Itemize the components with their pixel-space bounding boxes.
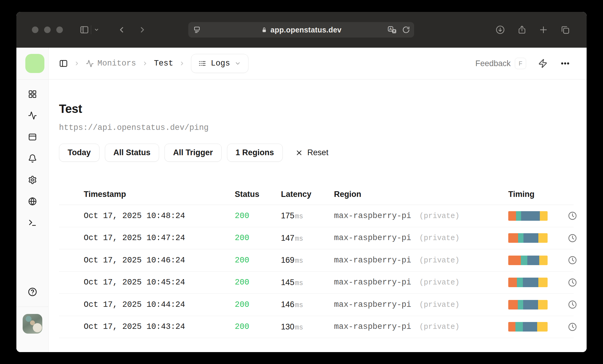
more-options-icon[interactable] (560, 58, 570, 69)
row-timestamp: Oct 17, 2025 10:46:24 (80, 256, 235, 265)
translate-icon[interactable]: A (387, 25, 397, 34)
page-format-icon[interactable] (193, 26, 201, 34)
row-latency-unit: ms (295, 324, 303, 332)
sidebar-item-monitors[interactable] (22, 105, 43, 126)
help-button[interactable] (22, 281, 43, 303)
logs-page: Test https://api.openstatus.dev/ping Tod… (49, 80, 587, 352)
user-avatar[interactable] (23, 314, 42, 334)
filter-bar: Today All Status All Trigger 1 Regions R… (59, 144, 574, 162)
timing-segment-3 (523, 300, 538, 309)
new-tab-icon[interactable] (539, 25, 548, 34)
row-status-code: 200 (235, 322, 281, 331)
timing-segment-1 (508, 300, 518, 309)
sidebar-item-notifications[interactable] (22, 148, 43, 169)
row-timestamp: Oct 17, 2025 10:45:24 (80, 278, 235, 287)
help-circle-icon (28, 287, 37, 297)
panel-toggle-icon[interactable] (59, 59, 68, 68)
logs-table-header: Timestamp Status Latency Region Timing (59, 184, 574, 205)
row-latency-value: 145 (281, 278, 294, 287)
row-latency-unit: ms (295, 301, 303, 309)
traffic-lights (32, 27, 63, 33)
filter-status-button[interactable]: All Status (105, 144, 159, 162)
row-region: max-raspberry-pi (334, 256, 411, 265)
log-row[interactable]: Oct 17, 2025 10:47:24 200 147ms max-rasp… (59, 227, 574, 250)
toolbar-divider (91, 25, 91, 34)
row-region: max-raspberry-pi (334, 278, 411, 287)
breadcrumb-separator-icon (142, 60, 148, 66)
row-region: max-raspberry-pi (334, 234, 411, 242)
filter-regions-button[interactable]: 1 Regions (227, 144, 283, 162)
breadcrumb-monitors[interactable]: Monitors (86, 59, 136, 68)
row-timestamp: Oct 17, 2025 10:48:24 (80, 211, 235, 220)
filter-period-button[interactable]: Today (59, 144, 100, 162)
tab-overview-icon[interactable] (560, 25, 570, 35)
row-region-note: (private) (415, 278, 459, 287)
sidebar-item-dashboard[interactable] (22, 83, 43, 105)
timing-segment-1 (508, 256, 521, 265)
row-region: max-raspberry-pi (334, 211, 411, 220)
zoom-window-button[interactable] (56, 27, 63, 33)
gear-icon (28, 175, 37, 184)
sidebar-item-global[interactable] (22, 191, 43, 212)
log-row[interactable]: Oct 17, 2025 10:46:24 200 169ms max-rasp… (59, 249, 574, 272)
browser-window: app.openstatus.dev A (16, 12, 587, 352)
toggle-sidebar-icon[interactable] (80, 25, 89, 35)
log-row[interactable]: Oct 17, 2025 10:48:24 200 175ms max-rasp… (59, 205, 574, 227)
header-status: Status (235, 190, 281, 199)
timing-segment-4 (540, 211, 548, 221)
sidebar-item-status-pages[interactable] (22, 126, 43, 148)
sidebar-item-cli[interactable] (22, 212, 43, 234)
address-bar[interactable]: app.openstatus.dev A (188, 22, 414, 38)
activity-icon (28, 111, 37, 120)
logs-list-icon (198, 60, 206, 67)
breadcrumb-separator-icon (179, 60, 185, 66)
timing-segment-4 (538, 300, 548, 309)
header-timestamp: Timestamp (80, 190, 235, 199)
forward-button-icon[interactable] (138, 25, 147, 34)
timing-segment-1 (508, 278, 517, 287)
downloads-icon[interactable] (495, 25, 505, 35)
logs-table: Timestamp Status Latency Region Timing O… (59, 184, 574, 338)
feedback-button[interactable]: Feedback (475, 59, 511, 68)
log-row[interactable]: Oct 17, 2025 10:45:24 200 145ms max-rasp… (59, 272, 574, 294)
row-latency-value: 169 (281, 256, 294, 265)
log-row[interactable]: Oct 17, 2025 10:43:24 200 130ms max-rasp… (59, 316, 574, 338)
app-header: Monitors Test Logs (16, 48, 587, 80)
log-row[interactable]: Oct 17, 2025 10:44:24 200 146ms max-rasp… (59, 294, 574, 316)
reload-icon[interactable] (402, 26, 410, 34)
timing-bar (508, 211, 548, 221)
row-latency-value: 130 (281, 322, 294, 331)
row-status-code: 200 (235, 234, 281, 242)
row-status-code: 200 (235, 211, 281, 220)
grid-icon (28, 90, 37, 99)
timing-segment-3 (523, 322, 537, 332)
feedback-shortcut-badge: F (515, 58, 526, 69)
timing-segment-2 (516, 211, 521, 221)
timing-bar (508, 233, 548, 243)
header-timing: Timing (508, 190, 557, 199)
monitor-endpoint: https://api.openstatus.dev/ping (59, 123, 574, 132)
reset-filters-button[interactable]: Reset (295, 148, 329, 157)
view-select-logs[interactable]: Logs (191, 54, 248, 73)
timing-segment-2 (518, 233, 523, 243)
share-icon[interactable] (517, 25, 526, 35)
filter-trigger-button[interactable]: All Trigger (164, 144, 222, 162)
sidebar-item-settings[interactable] (22, 169, 43, 191)
zap-icon[interactable] (538, 59, 548, 68)
clock-icon (568, 300, 577, 309)
back-button-icon[interactable] (117, 25, 126, 34)
timing-segment-2 (518, 300, 523, 309)
close-window-button[interactable] (32, 27, 38, 33)
timing-bar (508, 278, 548, 287)
sidebar-chevron-down-icon[interactable] (94, 27, 99, 32)
breadcrumb-monitor-name[interactable]: Test (154, 59, 173, 68)
row-region-note: (private) (415, 256, 459, 265)
header-region: Region (334, 190, 508, 199)
workspace-logo[interactable] (25, 54, 44, 73)
workspace-logo-cell (16, 48, 49, 79)
timing-segment-4 (537, 322, 548, 332)
row-timestamp: Oct 17, 2025 10:47:24 (80, 234, 235, 242)
row-region-note: (private) (415, 212, 459, 220)
minimize-window-button[interactable] (44, 27, 51, 33)
bell-icon (28, 154, 37, 163)
